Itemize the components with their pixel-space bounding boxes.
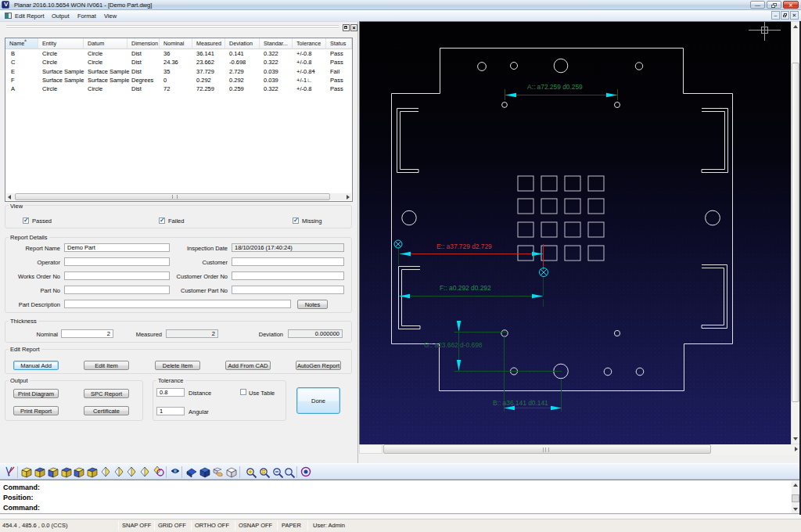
svg-text:F:: a0.292 d0.292: F:: a0.292 d0.292 xyxy=(440,284,491,292)
svg-text:E:: a37.729 d2.729: E:: a37.729 d2.729 xyxy=(436,243,492,250)
svg-text:G:: a23.662 d-0.698: G:: a23.662 d-0.698 xyxy=(424,341,483,349)
svg-text:B:: a36.141 d0.141: B:: a36.141 d0.141 xyxy=(493,399,548,407)
svg-text:A:: a72.259 d0.259: A:: a72.259 d0.259 xyxy=(527,83,583,91)
